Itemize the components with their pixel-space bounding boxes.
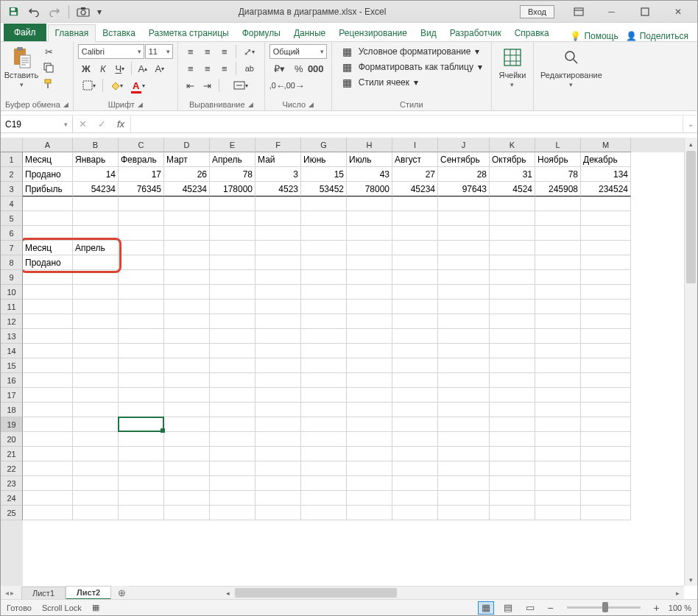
tab-page-layout[interactable]: Разметка страницы (142, 25, 236, 41)
cell-H5[interactable] (347, 211, 392, 226)
cell-B23[interactable] (73, 476, 119, 491)
cell-M22[interactable] (581, 461, 631, 476)
increase-decimal-button[interactable]: ,0← (269, 78, 286, 93)
cell-G1[interactable]: Июнь (301, 152, 347, 167)
enter-formula-button[interactable]: ✓ (92, 118, 111, 130)
cell-C17[interactable] (119, 388, 164, 403)
cell-M12[interactable] (581, 314, 631, 329)
cell-F7[interactable] (255, 241, 301, 255)
cell-M17[interactable] (581, 388, 631, 403)
cell-F16[interactable] (255, 373, 301, 388)
cell-F8[interactable] (255, 255, 301, 270)
decrease-font-button[interactable]: A▾ (152, 61, 168, 76)
cell-L13[interactable] (535, 329, 581, 344)
cell-F11[interactable] (255, 300, 301, 314)
cell-F13[interactable] (255, 329, 301, 344)
number-format-combo[interactable]: Общий (269, 44, 327, 59)
column-header-K[interactable]: K (490, 138, 535, 152)
cell-C1[interactable]: Февраль (119, 152, 164, 167)
column-header-J[interactable]: J (438, 138, 490, 152)
cell-G7[interactable] (301, 241, 347, 255)
cell-L12[interactable] (535, 314, 581, 329)
cell-M19[interactable] (581, 417, 631, 432)
row-header-25[interactable]: 25 (1, 506, 23, 520)
cell-H16[interactable] (347, 373, 392, 388)
cell-B15[interactable] (73, 358, 119, 373)
merge-button[interactable]: ▾ (222, 78, 259, 93)
column-header-F[interactable]: F (255, 138, 301, 152)
cell-H19[interactable] (347, 417, 392, 432)
cell-I5[interactable] (392, 211, 438, 226)
cell-C5[interactable] (119, 211, 164, 226)
cell-L4[interactable] (535, 197, 581, 211)
orientation-button[interactable]: ⤢▾ (239, 44, 260, 59)
cell-E4[interactable] (210, 197, 255, 211)
cell-C23[interactable] (119, 476, 164, 491)
cell-M8[interactable] (581, 255, 631, 270)
cell-D20[interactable] (164, 432, 210, 447)
cell-K19[interactable] (490, 417, 535, 432)
tab-file[interactable]: Файл (4, 24, 46, 41)
row-header-17[interactable]: 17 (1, 388, 23, 403)
font-size-combo[interactable]: 11 (145, 44, 173, 59)
cell-B1[interactable]: Январь (73, 152, 119, 167)
cell-H17[interactable] (347, 388, 392, 403)
cell-L25[interactable] (535, 506, 581, 520)
cell-A19[interactable] (23, 417, 73, 432)
cell-K24[interactable] (490, 491, 535, 506)
cell-H8[interactable] (347, 255, 392, 270)
row-header-6[interactable]: 6 (1, 226, 23, 241)
ribbon-display-options[interactable] (562, 1, 595, 22)
zoom-in-button[interactable]: + (651, 602, 663, 614)
cell-K8[interactable] (490, 255, 535, 270)
cell-B7[interactable]: Апрель (73, 241, 119, 255)
cell-M11[interactable] (581, 300, 631, 314)
maximize-button[interactable] (628, 1, 661, 22)
cell-D2[interactable]: 26 (164, 167, 210, 182)
vscroll-thumb[interactable] (686, 151, 696, 283)
align-bottom-button[interactable]: ≡ (216, 44, 233, 59)
tab-home[interactable]: Главная (48, 24, 96, 42)
column-header-B[interactable]: B (73, 138, 119, 152)
cell-F14[interactable] (255, 344, 301, 358)
tab-help[interactable]: Справка (508, 25, 556, 41)
row-header-18[interactable]: 18 (1, 403, 23, 417)
cell-F2[interactable]: 3 (255, 167, 301, 182)
cell-H14[interactable] (347, 344, 392, 358)
cell-M15[interactable] (581, 358, 631, 373)
cell-H9[interactable] (347, 270, 392, 285)
cell-B8[interactable] (73, 255, 119, 270)
row-header-2[interactable]: 2 (1, 167, 23, 182)
cell-J18[interactable] (438, 403, 490, 417)
cell-C8[interactable] (119, 255, 164, 270)
align-middle-button[interactable]: ≡ (200, 44, 216, 59)
row-headers[interactable]: 1234567891011121314151617181920212223242… (1, 152, 23, 586)
row-header-19[interactable]: 19 (1, 417, 23, 432)
cell-I15[interactable] (392, 358, 438, 373)
cell-K10[interactable] (490, 285, 535, 300)
cell-D4[interactable] (164, 197, 210, 211)
cell-J20[interactable] (438, 432, 490, 447)
cell-E20[interactable] (210, 432, 255, 447)
cell-B12[interactable] (73, 314, 119, 329)
cell-J6[interactable] (438, 226, 490, 241)
row-header-7[interactable]: 7 (1, 241, 23, 255)
cell-C10[interactable] (119, 285, 164, 300)
cell-D15[interactable] (164, 358, 210, 373)
cell-H22[interactable] (347, 461, 392, 476)
cell-E1[interactable]: Апрель (210, 152, 255, 167)
cell-H24[interactable] (347, 491, 392, 506)
cell-G15[interactable] (301, 358, 347, 373)
cell-A20[interactable] (23, 432, 73, 447)
undo-button[interactable] (24, 3, 43, 21)
cells-area[interactable]: МесяцЯнварьФевральМартАпрельМайИюньИюльА… (23, 152, 684, 586)
cell-E21[interactable] (210, 447, 255, 461)
cell-E25[interactable] (210, 506, 255, 520)
cell-I3[interactable]: 45234 (392, 182, 438, 197)
cell-A5[interactable] (23, 211, 73, 226)
cell-B25[interactable] (73, 506, 119, 520)
cell-B11[interactable] (73, 300, 119, 314)
cell-F5[interactable] (255, 211, 301, 226)
cell-F15[interactable] (255, 358, 301, 373)
cell-D24[interactable] (164, 491, 210, 506)
